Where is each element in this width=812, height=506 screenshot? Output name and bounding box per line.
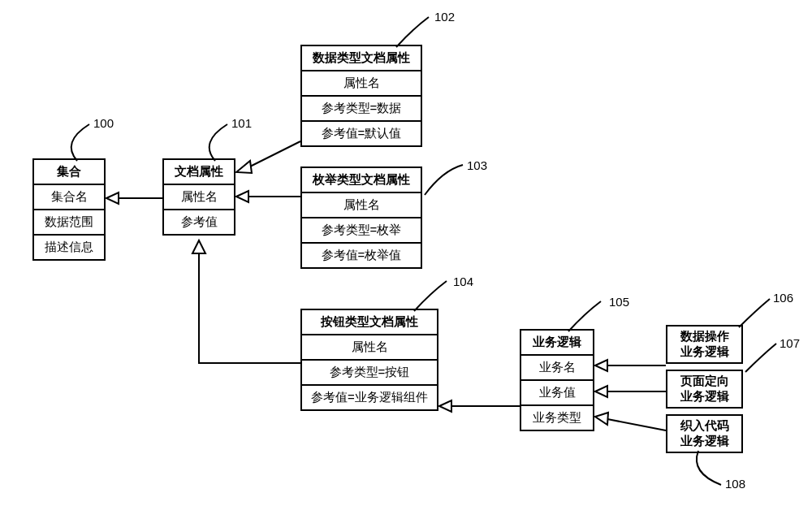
svg-marker-8 [439, 400, 451, 412]
box-enum-type-attr-row: 属性名 [302, 192, 421, 217]
box-biz-logic-row: 业务类型 [521, 404, 593, 430]
svg-marker-6 [192, 240, 205, 253]
lead-line-105 [560, 299, 609, 331]
svg-marker-10 [595, 360, 607, 371]
arrow-105-to-104 [438, 398, 520, 414]
label-105: 105 [609, 295, 629, 309]
box-data-type-attr: 数据类型文档属性 属性名 参考类型=数据 参考值=默认值 [300, 45, 422, 147]
lead-line-104 [406, 279, 455, 311]
arrow-102-to-101 [235, 135, 300, 175]
svg-marker-14 [595, 413, 608, 425]
arrow-107-to-105 [594, 383, 666, 400]
box-page-redirect-line1: 页面定向 [667, 371, 741, 389]
box-biz-logic-row: 业务值 [521, 379, 593, 404]
box-enum-type-attr-row: 参考类型=枚举 [302, 217, 421, 242]
box-biz-logic: 业务逻辑 业务名 业务值 业务类型 [520, 329, 594, 431]
svg-marker-12 [595, 386, 607, 397]
box-data-type-attr-row: 参考值=默认值 [302, 120, 421, 145]
label-108: 108 [725, 477, 745, 491]
box-button-type-attr-row: 参考类型=按钮 [302, 359, 437, 384]
svg-line-2 [248, 141, 300, 167]
box-button-type-attr-row: 参考值=业务逻辑组件 [302, 384, 437, 409]
box-collection-row: 数据范围 [34, 209, 104, 234]
svg-marker-3 [236, 161, 252, 173]
box-button-type-attr: 按钮类型文档属性 属性名 参考类型=按钮 参考值=业务逻辑组件 [300, 309, 438, 411]
box-page-redirect-line2: 业务逻辑 [667, 389, 741, 407]
box-enum-type-attr-header: 枚举类型文档属性 [302, 168, 421, 192]
lead-line-106 [731, 296, 780, 329]
label-101: 101 [231, 116, 252, 130]
svg-marker-1 [106, 192, 119, 204]
box-biz-logic-header: 业务逻辑 [521, 331, 593, 354]
arrow-101-to-100 [106, 190, 162, 206]
box-data-op-line1: 数据操作 [667, 327, 741, 344]
lead-line-107 [737, 341, 786, 374]
arrow-104-to-101 [188, 240, 302, 370]
box-biz-logic-row: 业务名 [521, 354, 593, 379]
label-100: 100 [93, 116, 114, 130]
box-data-type-attr-row: 参考类型=数据 [302, 95, 421, 120]
box-enum-type-attr-row: 参考值=枚举值 [302, 242, 421, 267]
svg-line-13 [607, 419, 666, 430]
label-106: 106 [773, 291, 793, 305]
box-collection-row: 集合名 [34, 184, 104, 209]
box-weave-code-line2: 业务逻辑 [667, 434, 741, 452]
label-103: 103 [467, 158, 487, 172]
arrow-106-to-105 [594, 357, 666, 374]
box-data-op-line2: 业务逻辑 [667, 344, 741, 362]
arrow-108-to-105 [594, 413, 666, 445]
svg-marker-5 [236, 191, 248, 202]
lead-line-103 [422, 162, 471, 203]
box-enum-type-attr: 枚举类型文档属性 属性名 参考类型=枚举 参考值=枚举值 [300, 167, 422, 269]
box-doc-attr-row: 参考值 [164, 209, 234, 234]
box-data-type-attr-header: 数据类型文档属性 [302, 46, 421, 70]
box-doc-attr-row: 属性名 [164, 184, 234, 209]
box-weave-code: 织入代码 业务逻辑 [666, 414, 743, 453]
box-page-redirect: 页面定向 业务逻辑 [666, 370, 743, 409]
box-weave-code-line1: 织入代码 [667, 416, 741, 434]
box-doc-attr: 文档属性 属性名 参考值 [162, 158, 235, 236]
box-collection-header: 集合 [34, 160, 104, 184]
box-button-type-attr-row: 属性名 [302, 334, 437, 359]
label-107: 107 [780, 336, 800, 350]
arrow-103-to-101 [235, 188, 300, 205]
diagram-canvas: 集合 集合名 数据范围 描述信息 100 文档属性 属性名 参考值 101 数据… [0, 0, 812, 506]
label-102: 102 [434, 10, 455, 24]
box-collection-row: 描述信息 [34, 234, 104, 259]
box-collection: 集合 集合名 数据范围 描述信息 [32, 158, 106, 261]
box-doc-attr-header: 文档属性 [164, 160, 234, 184]
label-104: 104 [453, 275, 473, 288]
lead-line-102 [388, 15, 437, 47]
box-button-type-attr-header: 按钮类型文档属性 [302, 310, 437, 334]
box-data-op: 数据操作 业务逻辑 [666, 325, 743, 364]
box-data-type-attr-row: 属性名 [302, 70, 421, 95]
